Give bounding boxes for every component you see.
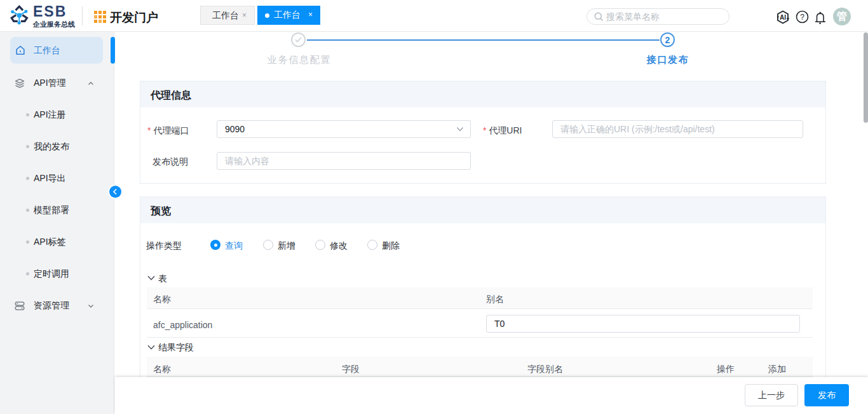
svg-text:?: ? xyxy=(800,13,804,22)
svg-text:AI: AI xyxy=(780,14,786,21)
